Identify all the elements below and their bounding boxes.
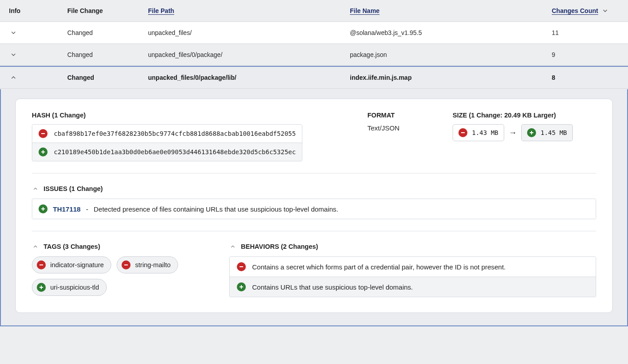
tag-pill[interactable]: uri-suspicious-tld <box>32 279 107 296</box>
col-changes-count[interactable]: Changes Count <box>552 7 598 14</box>
svg-rect-11 <box>39 287 43 288</box>
cell-file-name: @solana/web3.js_v1.95.5 <box>350 29 552 36</box>
issue-text: Detected presence of files containing UR… <box>94 205 338 213</box>
size-heading: SIZE (1 Change: 20.49 KB Larger) <box>453 112 596 119</box>
behavior-text: Contains a secret which forms part of a … <box>252 263 506 271</box>
col-info: Info <box>9 7 67 14</box>
expand-toggle[interactable] <box>9 28 18 37</box>
collapse-toggle[interactable] <box>9 73 18 82</box>
table-row[interactable]: Changed unpacked_files/ @solana/web3.js_… <box>0 22 628 44</box>
svg-rect-7 <box>41 208 45 209</box>
col-file-path[interactable]: File Path <box>148 7 350 14</box>
hash-added: c210189e450b1de1aa3b0d0eb6ae0e09053d4461… <box>32 143 302 161</box>
behaviors-section: BEHAVIORS (2 Changes) Contains a secret … <box>229 243 596 297</box>
cell-file-change: Changed <box>67 74 148 81</box>
plus-icon <box>39 147 48 156</box>
svg-rect-2 <box>41 152 45 152</box>
tag-pill[interactable]: string-mailto <box>117 256 178 273</box>
hash-heading: HASH (1 Change) <box>32 112 354 119</box>
divider <box>32 173 596 173</box>
issues-heading: ISSUES (1 Change) <box>44 185 103 192</box>
tags-section: TAGS (3 Changes) indicator-signature str… <box>32 243 220 296</box>
svg-rect-5 <box>530 132 533 133</box>
tag-pills: indicator-signature string-mailto uri-su… <box>32 256 220 296</box>
size-added-value: 1.45 MB <box>541 129 567 136</box>
hash-section: HASH (1 Change) cbaf898b17ef0e37f6828230… <box>32 112 354 161</box>
tags-heading: TAGS (3 Changes) <box>44 243 100 250</box>
svg-rect-0 <box>41 133 45 134</box>
file-change-table: Info File Change File Path File Name Cha… <box>0 0 628 326</box>
tag-pill[interactable]: indicator-signature <box>32 256 111 273</box>
svg-rect-8 <box>39 264 43 265</box>
hash-block: cbaf898b17ef0e37f6828230b5bc9774cfcb881d… <box>32 124 302 161</box>
detail-card: HASH (1 Change) cbaf898b17ef0e37f6828230… <box>15 99 613 313</box>
minus-icon <box>122 260 131 269</box>
table-row[interactable]: Changed unpacked_files/0/package/ packag… <box>0 44 628 66</box>
cell-file-name: package.json <box>350 51 552 58</box>
cell-changes-count: 11 <box>552 29 628 36</box>
hash-added-value: c210189e450b1de1aa3b0d0eb6ae0e09053d4461… <box>54 148 296 156</box>
expand-toggle[interactable] <box>9 50 18 59</box>
behavior-text: Contains URLs that use suspicious top-le… <box>252 283 413 291</box>
arrow-right-icon: → <box>509 128 517 138</box>
divider <box>32 231 596 231</box>
chevron-up-icon[interactable] <box>32 185 39 192</box>
cell-file-change: Changed <box>67 51 148 58</box>
cell-file-path: unpacked_files/0/package/lib/ <box>148 74 350 81</box>
chevron-up-icon[interactable] <box>32 243 39 250</box>
chevron-down-icon[interactable] <box>601 6 610 15</box>
behavior-row: Contains URLs that use suspicious top-le… <box>230 277 596 297</box>
svg-rect-14 <box>240 286 243 287</box>
cell-changes-count: 8 <box>552 74 628 81</box>
tag-label: string-mailto <box>135 261 170 269</box>
col-file-change: File Change <box>67 7 148 14</box>
minus-icon <box>37 260 46 269</box>
behaviors-heading: BEHAVIORS (2 Changes) <box>241 243 318 250</box>
cell-file-change: Changed <box>67 29 148 36</box>
issue-dash: - <box>86 205 88 213</box>
issue-id[interactable]: TH17118 <box>53 205 81 213</box>
format-heading: FORMAT <box>367 112 439 119</box>
table-header: Info File Change File Path File Name Cha… <box>0 0 628 22</box>
issues-block: TH17118 - Detected presence of files con… <box>32 199 596 219</box>
behaviors-block: Contains a secret which forms part of a … <box>229 256 596 297</box>
size-section: SIZE (1 Change: 20.49 KB Larger) 1.43 MB… <box>453 112 596 141</box>
table-row[interactable]: Changed unpacked_files/0/package/lib/ in… <box>0 66 628 89</box>
minus-icon <box>39 129 48 138</box>
issue-row: TH17118 - Detected presence of files con… <box>32 199 596 219</box>
size-removed-value: 1.43 MB <box>472 129 498 136</box>
cell-file-path: unpacked_files/0/package/ <box>148 51 350 58</box>
minus-icon <box>237 262 246 271</box>
chevron-up-icon[interactable] <box>229 243 236 250</box>
minus-icon <box>458 128 467 137</box>
size-added: 1.45 MB <box>521 124 573 141</box>
format-value: Text/JSON <box>367 124 439 132</box>
cell-file-path: unpacked_files/ <box>148 29 350 36</box>
hash-removed: cbaf898b17ef0e37f6828230b5bc9774cfcb881d… <box>32 125 302 143</box>
tag-label: uri-suspicious-tld <box>50 284 99 291</box>
format-section: FORMAT Text/JSON <box>367 112 439 132</box>
svg-rect-12 <box>240 266 243 267</box>
row-detail-panel: HASH (1 Change) cbaf898b17ef0e37f6828230… <box>0 89 628 326</box>
cell-file-name: index.iife.min.js.map <box>350 74 552 81</box>
plus-icon <box>527 128 536 137</box>
svg-rect-3 <box>461 132 465 133</box>
size-removed: 1.43 MB <box>453 124 504 141</box>
plus-icon <box>39 204 48 213</box>
plus-icon <box>237 282 246 291</box>
svg-rect-9 <box>124 264 128 265</box>
cell-changes-count: 9 <box>552 51 628 58</box>
issues-section: ISSUES (1 Change) TH17118 - Detected pre… <box>32 185 596 219</box>
hash-removed-value: cbaf898b17ef0e37f6828230b5bc9774cfcb881d… <box>54 130 296 137</box>
col-file-name[interactable]: File Name <box>350 7 552 14</box>
plus-icon <box>37 283 46 292</box>
behavior-row: Contains a secret which forms part of a … <box>230 257 596 277</box>
tag-label: indicator-signature <box>50 261 104 269</box>
